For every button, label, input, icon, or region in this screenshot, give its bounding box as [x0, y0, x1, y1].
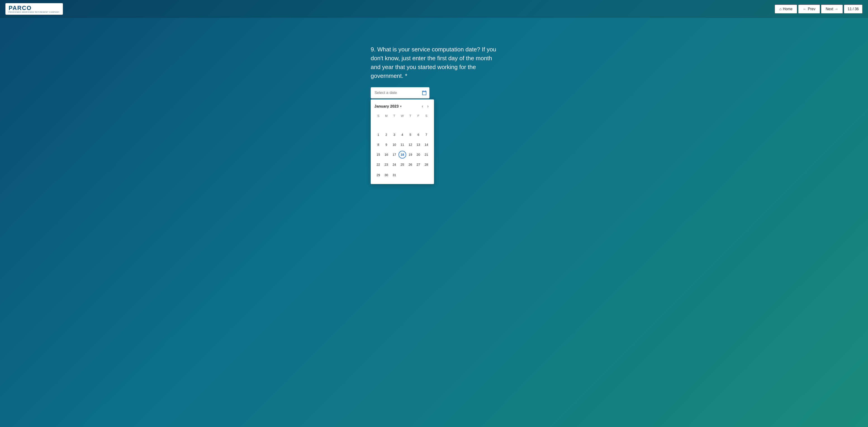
logo-subtext: PENSIONED AMERICANS RETIREMENT COMPANY	[9, 11, 60, 13]
day-empty	[399, 120, 406, 128]
date-input[interactable]	[371, 87, 430, 98]
calendar-day-cell: 10	[390, 140, 398, 150]
logo-area: PARCO PENSIONED AMERICANS RETIREMENT COM…	[5, 3, 63, 15]
day-number[interactable]: 23	[382, 161, 390, 168]
calendar-day-cell: 1	[374, 130, 382, 140]
day-number[interactable]: 7	[423, 131, 430, 139]
day-number[interactable]: 12	[406, 141, 414, 148]
calendar-day-cell	[414, 119, 422, 130]
calendar-header: January 2023 ▾ ‹ ›	[374, 103, 430, 110]
calendar-day-cell: 25	[398, 160, 406, 170]
calendar-week-row: 293031	[374, 170, 430, 180]
day-number[interactable]: 14	[423, 141, 430, 148]
day-empty	[374, 120, 382, 128]
calendar-day-cell: 21	[423, 150, 430, 160]
day-number[interactable]: 3	[391, 131, 398, 139]
day-number[interactable]: 19	[406, 151, 414, 159]
logo-box: PARCO PENSIONED AMERICANS RETIREMENT COM…	[5, 3, 63, 15]
calendar-day-cell: 28	[423, 160, 430, 170]
calendar-weekdays: S M T W T F S	[374, 113, 430, 119]
calendar-day-cell: 6	[414, 130, 422, 140]
calendar-day-cell: 2	[382, 130, 390, 140]
calendar-day-cell: 17	[390, 150, 398, 160]
calendar-day-cell: 14	[423, 140, 430, 150]
calendar-day-cell: 15	[374, 150, 382, 160]
day-number[interactable]: 26	[406, 161, 414, 168]
question-text: 9. What is your service computation date…	[371, 45, 497, 80]
calendar-day-cell: 29	[374, 170, 382, 180]
calendar-day-cell	[406, 119, 414, 130]
calendar-day-cell: 8	[374, 140, 382, 150]
day-number[interactable]: 4	[399, 131, 406, 139]
calendar-day-cell	[398, 170, 406, 180]
day-number[interactable]: 5	[406, 131, 414, 139]
day-number[interactable]: 17	[391, 151, 398, 159]
weekday-wed: W	[398, 113, 406, 119]
question-number: 9.	[371, 46, 376, 53]
day-number[interactable]: 31	[391, 171, 398, 179]
day-number[interactable]: 16	[382, 151, 390, 159]
calendar-day-cell	[398, 119, 406, 130]
home-icon: ⌂	[779, 7, 782, 11]
calendar-day-cell: 18	[398, 150, 406, 160]
calendar-day-cell: 27	[414, 160, 422, 170]
day-number[interactable]: 1	[374, 131, 382, 139]
calendar-day-cell: 13	[414, 140, 422, 150]
calendar-day-cell: 26	[406, 160, 414, 170]
calendar-day-cell	[382, 119, 390, 130]
day-number[interactable]: 21	[423, 151, 430, 159]
page-counter: 11 / 36	[844, 4, 863, 13]
day-number[interactable]: 20	[414, 151, 422, 159]
home-button[interactable]: ⌂ Home	[775, 4, 797, 13]
day-number[interactable]: 2	[382, 131, 390, 139]
day-number[interactable]: 11	[399, 141, 406, 148]
day-number[interactable]: 8	[374, 141, 382, 148]
day-empty	[406, 171, 414, 178]
next-month-button[interactable]: ›	[425, 103, 430, 110]
calendar-nav-arrows: ‹ ›	[420, 103, 430, 110]
day-number[interactable]: 24	[391, 161, 398, 168]
calendar-day-cell	[423, 119, 430, 130]
day-empty	[423, 120, 430, 128]
next-arrow-icon: →	[835, 7, 838, 11]
calendar-dropdown: January 2023 ▾ ‹ ›	[371, 99, 434, 184]
prev-button[interactable]: ← Prev	[798, 4, 820, 13]
month-year-button[interactable]: January 2023 ▾	[374, 104, 401, 109]
logo-text: PARCO	[9, 5, 60, 11]
day-number[interactable]: 27	[414, 161, 422, 168]
calendar-week-row: 15161718192021	[374, 150, 430, 160]
calendar-icon-button[interactable]	[422, 90, 427, 95]
calendar-day-cell	[390, 119, 398, 130]
weekday-sun: S	[374, 113, 382, 119]
calendar-day-cell: 23	[382, 160, 390, 170]
day-number[interactable]: 10	[391, 141, 398, 148]
calendar-day-cell: 22	[374, 160, 382, 170]
calendar-day-cell: 30	[382, 170, 390, 180]
day-empty	[391, 120, 398, 128]
day-number[interactable]: 15	[374, 151, 382, 159]
left-arrow-icon: ‹	[422, 104, 423, 109]
day-number[interactable]: 18	[399, 151, 406, 159]
next-button[interactable]: Next →	[821, 4, 843, 13]
prev-month-button[interactable]: ‹	[420, 103, 425, 110]
day-empty	[382, 120, 390, 128]
day-number[interactable]: 25	[399, 161, 406, 168]
day-number[interactable]: 22	[374, 161, 382, 168]
calendar-body: 1234567891011121314151617181920212223242…	[374, 119, 430, 180]
day-empty	[414, 171, 422, 178]
day-number[interactable]: 9	[382, 141, 390, 148]
day-number[interactable]: 28	[423, 161, 430, 168]
calendar-day-cell: 31	[390, 170, 398, 180]
calendar-day-cell: 11	[398, 140, 406, 150]
calendar-icon	[422, 90, 427, 95]
question-body: What is your service computation date? I…	[371, 46, 496, 79]
calendar-day-cell: 4	[398, 130, 406, 140]
nav-buttons: ⌂ Home ← Prev Next → 11 / 36	[775, 4, 863, 13]
day-number[interactable]: 13	[414, 141, 422, 148]
calendar-day-cell: 19	[406, 150, 414, 160]
day-number[interactable]: 6	[414, 131, 422, 139]
day-number[interactable]: 30	[382, 171, 390, 179]
day-number[interactable]: 29	[374, 171, 382, 179]
month-year-label: January 2023	[374, 104, 399, 109]
day-empty	[414, 120, 422, 128]
